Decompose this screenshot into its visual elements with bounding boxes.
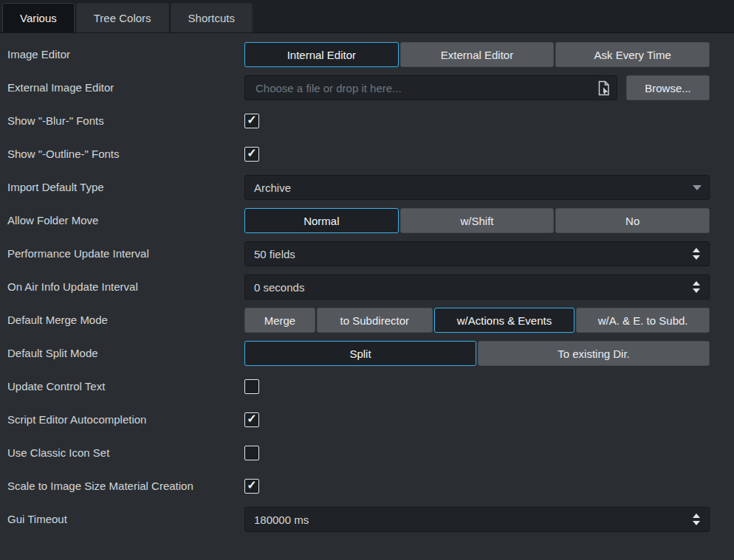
default-merge-mode-label: Default Merge Mode bbox=[7, 314, 244, 327]
performance-update-interval-label: Performance Update Interval bbox=[7, 247, 244, 260]
script-editor-autocompletion-control bbox=[244, 407, 710, 432]
browse-button[interactable]: Browse... bbox=[626, 75, 710, 100]
spin-up-icon[interactable] bbox=[693, 248, 700, 252]
spin-down-icon[interactable] bbox=[693, 255, 700, 260]
image-editor-label: Image Editor bbox=[7, 48, 244, 61]
performance-update-interval-spinner[interactable]: 50 fields bbox=[244, 241, 710, 266]
to-existing-dir-button[interactable]: To existing Dir. bbox=[478, 341, 710, 366]
split-button[interactable]: Split bbox=[244, 341, 476, 366]
external-image-editor-filefield bbox=[244, 75, 617, 100]
spin-down-icon[interactable] bbox=[693, 521, 700, 525]
tab-various[interactable]: Various bbox=[2, 3, 75, 32]
show-outline-fonts-checkbox[interactable] bbox=[244, 147, 259, 162]
internal-editor-button[interactable]: Internal Editor bbox=[244, 42, 399, 67]
update-control-text-control bbox=[244, 374, 710, 399]
script-editor-autocompletion-label: Script Editor Autocompletion bbox=[7, 413, 244, 426]
on-air-info-update-interval-label: On Air Info Update Interval bbox=[7, 280, 244, 294]
merge-button[interactable]: Merge bbox=[244, 308, 315, 333]
tab-bar: Various Tree Colors Shortcuts bbox=[0, 0, 734, 33]
performance-update-interval-value: 50 fields bbox=[254, 248, 295, 260]
with-a-e-to-subd-button[interactable]: w/A. & E. to Subd. bbox=[576, 308, 710, 333]
scale-to-image-size-control bbox=[244, 474, 710, 499]
settings-form: Image Editor Internal Editor External Ed… bbox=[0, 33, 734, 532]
use-classic-icon-set-control bbox=[244, 440, 710, 466]
on-air-info-update-interval-value: 0 seconds bbox=[254, 281, 304, 294]
default-merge-mode-segment: Merge to Subdirector w/Actions & Events … bbox=[244, 308, 710, 333]
external-image-editor-input[interactable] bbox=[254, 81, 592, 95]
use-classic-icon-set-label: Use Classic Icon Set bbox=[7, 446, 244, 460]
default-split-mode-segment: Split To existing Dir. bbox=[244, 341, 710, 366]
show-outline-fonts-control bbox=[244, 142, 710, 167]
external-image-editor-control: Browse... bbox=[244, 75, 710, 100]
allow-folder-move-label: Allow Folder Move bbox=[7, 214, 244, 227]
spinner-buttons bbox=[693, 248, 702, 260]
import-default-type-value: Archive bbox=[254, 182, 291, 194]
tab-tree-colors[interactable]: Tree Colors bbox=[76, 3, 169, 32]
performance-update-interval-control: 50 fields bbox=[244, 241, 710, 266]
folder-move-with-shift-button[interactable]: w/Shift bbox=[400, 208, 555, 233]
spin-down-icon[interactable] bbox=[693, 288, 700, 293]
update-control-text-label: Update Control Text bbox=[7, 380, 244, 393]
choose-file-icon[interactable] bbox=[597, 80, 611, 96]
spinner-buttons bbox=[693, 514, 702, 525]
show-blur-fonts-checkbox[interactable] bbox=[244, 114, 259, 128]
external-image-editor-label: External Image Editor bbox=[7, 81, 244, 94]
ask-every-time-button[interactable]: Ask Every Time bbox=[555, 42, 710, 67]
show-blur-fonts-label: Show "-Blur-" Fonts bbox=[7, 114, 244, 128]
to-subdirector-button[interactable]: to Subdirector bbox=[317, 308, 433, 333]
use-classic-icon-set-checkbox[interactable] bbox=[244, 446, 259, 460]
image-editor-segment: Internal Editor External Editor Ask Ever… bbox=[244, 42, 710, 67]
allow-folder-move-segment: Normal w/Shift No bbox=[244, 208, 710, 233]
script-editor-autocompletion-checkbox[interactable] bbox=[244, 412, 259, 427]
on-air-info-update-interval-spinner[interactable]: 0 seconds bbox=[244, 274, 710, 300]
update-control-text-checkbox[interactable] bbox=[244, 379, 259, 394]
gui-timeout-label: Gui Timeout bbox=[7, 513, 244, 526]
chevron-down-icon bbox=[693, 185, 702, 190]
gui-timeout-spinner[interactable]: 180000 ms bbox=[244, 507, 710, 532]
import-default-type-label: Import Default Type bbox=[7, 181, 244, 194]
scale-to-image-size-checkbox[interactable] bbox=[244, 479, 259, 494]
external-editor-button[interactable]: External Editor bbox=[400, 42, 555, 67]
spinner-buttons bbox=[693, 281, 702, 293]
tab-shortcuts[interactable]: Shortcuts bbox=[171, 3, 253, 32]
show-blur-fonts-control bbox=[244, 108, 710, 134]
folder-move-normal-button[interactable]: Normal bbox=[244, 208, 399, 233]
with-actions-events-button[interactable]: w/Actions & Events bbox=[434, 308, 575, 333]
gui-timeout-value: 180000 ms bbox=[254, 514, 309, 526]
folder-move-no-button[interactable]: No bbox=[555, 208, 710, 233]
show-outline-fonts-label: Show "-Outline-" Fonts bbox=[7, 148, 244, 161]
import-default-type-control: Archive bbox=[244, 175, 710, 200]
spin-up-icon[interactable] bbox=[693, 281, 700, 286]
scale-to-image-size-label: Scale to Image Size Material Creation bbox=[7, 480, 244, 493]
import-default-type-dropdown[interactable]: Archive bbox=[244, 175, 710, 200]
on-air-info-update-interval-control: 0 seconds bbox=[244, 274, 710, 300]
default-split-mode-label: Default Split Mode bbox=[7, 347, 244, 360]
settings-window: Various Tree Colors Shortcuts Image Edit… bbox=[0, 0, 734, 560]
spin-up-icon[interactable] bbox=[693, 514, 700, 518]
gui-timeout-control: 180000 ms bbox=[244, 507, 710, 532]
